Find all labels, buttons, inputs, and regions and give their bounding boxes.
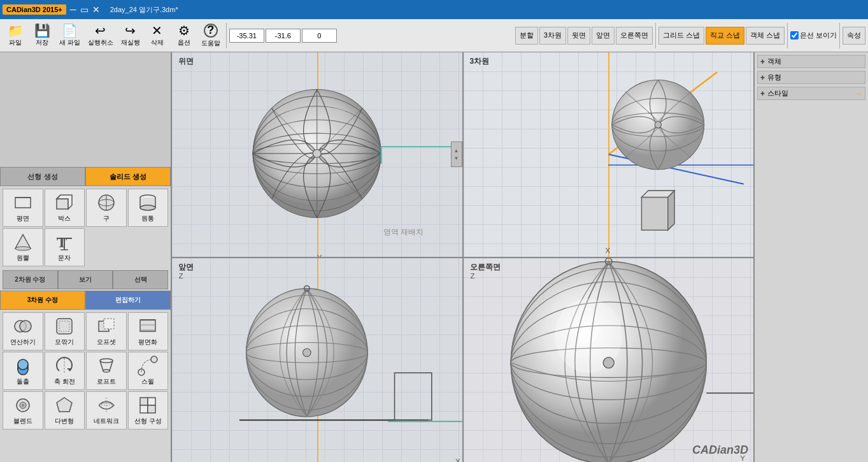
rp-type-expand[interactable]: + <box>760 73 765 82</box>
viewport-3d[interactable]: 3차원 <box>464 52 754 257</box>
delete-label: 삭제 <box>151 38 164 47</box>
rp-style-header[interactable]: + 스타일 → <box>758 87 865 99</box>
rp-style-expand[interactable]: + <box>760 89 765 98</box>
tool-planar[interactable]: 평면화 <box>128 312 169 350</box>
properties-button[interactable]: 속성 <box>843 27 865 45</box>
tab-linear[interactable]: 선형 생성 <box>0 167 85 186</box>
tool-cylinder[interactable]: 원통 <box>128 189 169 227</box>
svg-point-36 <box>103 370 110 372</box>
tool-polygon-label: 다변형 <box>55 417 74 426</box>
tab-solid[interactable]: 솔리드 생성 <box>85 167 171 186</box>
options-button[interactable]: ⚙ 옵션 <box>171 21 197 50</box>
right-button[interactable]: 오른쪽면 <box>616 27 653 45</box>
help-button[interactable]: ? 도움말 <box>198 21 224 50</box>
undo-label: 실행취소 <box>88 38 113 47</box>
rp-object-header[interactable]: + 객체 <box>758 55 865 68</box>
svg-rect-48 <box>148 398 155 405</box>
obj-snap-button[interactable]: 객체 스냅 <box>746 27 785 45</box>
wireframe-label: 은선 보이기 <box>800 31 837 40</box>
save-button[interactable]: 💾 저장 <box>29 21 55 50</box>
rtb-sep3 <box>839 23 840 48</box>
tool-network[interactable]: 네트워크 <box>86 391 127 430</box>
tab-view[interactable]: 보기 <box>58 270 113 289</box>
empty-area-text: 영역 재배치 <box>383 227 423 238</box>
solid-tools-grid: 평면 박스 구 <box>0 186 171 269</box>
tab-3d-edit[interactable]: 3차원 수정 <box>0 291 85 310</box>
svg-rect-50 <box>148 405 155 413</box>
top-button[interactable]: 윗면 <box>567 27 590 45</box>
tool-fillet[interactable]: 모깎기 <box>45 312 85 350</box>
coords-bar <box>229 29 337 43</box>
svg-point-40 <box>151 356 157 363</box>
tool-sweep[interactable]: 스윌 <box>128 352 169 390</box>
tab-edit[interactable]: 편집하기 <box>85 291 171 310</box>
tool-fillet-label: 모깎기 <box>55 338 74 347</box>
viewport-front-label: 앞면 <box>178 262 194 273</box>
svg-point-71 <box>655 122 661 128</box>
tool-text[interactable]: T 문자 <box>45 228 85 266</box>
svg-marker-44 <box>57 398 72 412</box>
3d-view-svg: Z X Y <box>464 52 754 257</box>
viewport-front[interactable]: 앞면 <box>172 258 462 463</box>
viewport-top-label: 위면 <box>178 56 194 67</box>
viewport-resize-handle[interactable]: ▲ ▼ <box>451 141 462 167</box>
viewport-right[interactable]: 오른쪽면 <box>464 258 754 463</box>
tool-extrude[interactable]: 돌출 <box>3 352 43 390</box>
blend-icon <box>13 395 33 415</box>
svg-rect-0 <box>15 198 31 208</box>
left-panel-top-space <box>0 52 171 167</box>
tool-boolean[interactable]: 연산하기 <box>3 312 43 350</box>
title-maximize[interactable]: ▭ <box>80 4 89 15</box>
front-button[interactable]: 앞면 <box>592 27 615 45</box>
tool-axis-rotate[interactable]: 축 회전 <box>45 352 85 390</box>
coord-y[interactable] <box>266 29 301 43</box>
wireframe-toggle[interactable]: 은선 보이기 <box>790 31 837 40</box>
viewport-area: 위면 <box>172 52 753 462</box>
tool-boolean-label: 연산하기 <box>10 338 36 347</box>
tool-cone[interactable]: 원뿔 <box>3 228 43 266</box>
3d-button[interactable]: 3차원 <box>539 27 566 45</box>
svg-rect-2 <box>57 199 68 209</box>
ortho-snap-button[interactable]: 직교 스냅 <box>706 27 744 45</box>
undo-button[interactable]: ↩ 실행취소 <box>85 21 117 50</box>
grid-snap-button[interactable]: 그리드 스냅 <box>658 27 704 45</box>
coord-z[interactable] <box>302 29 337 43</box>
tool-planar-label: 평면화 <box>138 338 157 347</box>
right-toolbar: 분할 3차원 윗면 앞면 오른쪽면 그리드 스냅 직교 스냅 객체 스냅 은선 … <box>515 23 865 48</box>
tool-blend[interactable]: 블렌드 <box>3 391 43 430</box>
coord-x[interactable] <box>229 29 264 43</box>
viewport-top[interactable]: 위면 <box>172 52 462 257</box>
wireframe-checkbox[interactable] <box>790 31 799 40</box>
title-minimize[interactable]: ─ <box>70 4 76 15</box>
tool-loft[interactable]: 로프트 <box>86 352 127 390</box>
rp-type-section: + 유형 <box>757 71 865 84</box>
split-button[interactable]: 분할 <box>515 27 538 45</box>
rp-type-label: 유형 <box>767 73 781 82</box>
tab-row-2d: 2차원 수정 보기 선택 <box>3 270 168 289</box>
redo-button[interactable]: ↪ 재실행 <box>118 21 143 50</box>
tool-polygon[interactable]: 다변형 <box>45 391 85 430</box>
file-icon: 📁 <box>8 24 24 37</box>
tool-linear-construct[interactable]: 선형 구성 <box>128 391 169 430</box>
tool-sphere[interactable]: 구 <box>86 189 127 227</box>
tool-offset[interactable]: 오프셋 <box>86 312 127 350</box>
delete-button[interactable]: ✕ 삭제 <box>145 21 170 50</box>
viewport-right-label: 오른쪽면 <box>470 262 501 273</box>
rp-type-header[interactable]: + 유형 <box>758 71 865 83</box>
title-close[interactable]: ✕ <box>92 4 100 15</box>
tool-plane[interactable]: 평면 <box>3 189 43 227</box>
new-file-button[interactable]: 📄 새 파일 <box>56 21 83 50</box>
boolean-icon <box>13 316 33 336</box>
svg-rect-24 <box>104 319 114 329</box>
cone-icon <box>13 232 33 252</box>
tab-2d-edit[interactable]: 2차원 수정 <box>3 270 58 289</box>
file-button[interactable]: 📁 파일 <box>3 21 28 50</box>
tab-row-3d: 3차원 수정 편집하기 <box>0 291 171 310</box>
sphere-icon <box>96 192 117 213</box>
rp-object-label: 객체 <box>767 57 781 66</box>
tab-select[interactable]: 선택 <box>113 270 168 289</box>
tool-box[interactable]: 박스 <box>45 189 85 227</box>
svg-point-35 <box>100 359 113 363</box>
rp-object-expand[interactable]: + <box>760 57 765 66</box>
right-view-svg: Z Y <box>464 258 754 463</box>
